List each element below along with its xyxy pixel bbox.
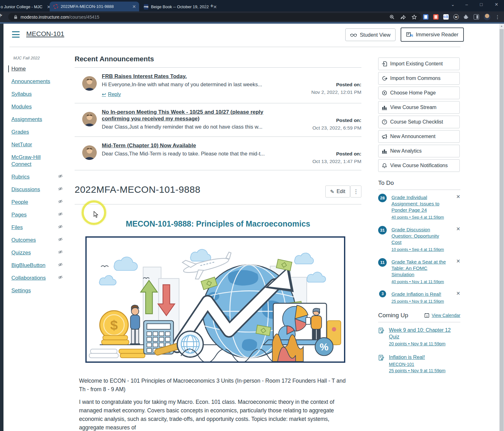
sidebar-item-announcements[interactable]: Announcements xyxy=(11,78,63,85)
new-analytics-button[interactable]: New Analytics xyxy=(378,145,460,157)
todo-count-badge: 28 xyxy=(378,194,387,202)
extension-red-book-icon[interactable] xyxy=(433,14,439,20)
todo-dismiss-icon[interactable]: ✕ xyxy=(456,291,460,304)
todo-link[interactable]: Grade Take a Seat at the Table: An FOMC … xyxy=(391,259,446,277)
immersive-reader-button[interactable]: Immersive Reader xyxy=(401,27,464,42)
zoom-icon[interactable] xyxy=(390,15,395,20)
breadcrumb-course-link[interactable]: MECON-101 xyxy=(26,30,64,38)
scrollbar-up-arrow[interactable]: ▲ xyxy=(499,25,504,27)
student-view-button[interactable]: Student View xyxy=(345,28,396,41)
profile-avatar[interactable] xyxy=(484,14,490,20)
scrollbar-thumb[interactable] xyxy=(500,29,504,431)
reply-link[interactable]: ↩Reply xyxy=(102,91,121,97)
economics-illustration: $ xyxy=(85,236,345,363)
todo-meta[interactable]: 40 points • Sep 4 at 11:59pm xyxy=(391,215,449,220)
assignment-icon xyxy=(378,327,384,334)
window-minimize-button[interactable]: – xyxy=(462,2,471,7)
sidebar-item-quizzes[interactable]: Quizzes xyxy=(11,249,63,256)
share-icon[interactable] xyxy=(400,15,406,20)
sidebar-item-modules[interactable]: Modules xyxy=(11,103,63,110)
todo-dismiss-icon[interactable]: ✕ xyxy=(456,194,460,220)
sidebar-item-settings[interactable]: Settings xyxy=(11,287,63,294)
browser-toolbar: ⟳ modesto.instructure.com/courses/45415 … xyxy=(0,11,504,22)
sidebar-item-collaborations[interactable]: Collaborations xyxy=(11,275,63,282)
frb-favicon-icon: FRB xyxy=(144,4,148,9)
sidebar-item-nettutor[interactable]: NetTutor xyxy=(11,141,63,148)
announcement-title-link[interactable]: FRB Raises Interest Rates Today. xyxy=(102,73,187,79)
sidebar-item-discussions[interactable]: Discussions xyxy=(11,186,63,193)
announcement-title-link[interactable]: Mid-Term (Chapter 10) Now Available xyxy=(102,143,196,149)
sidebar-item-pages[interactable]: Pages xyxy=(11,211,63,218)
sidebar-item-rubrics[interactable]: Rubrics xyxy=(11,173,63,180)
todo-item: 31 Grade Discussion Question: Opportunit… xyxy=(378,227,460,252)
recent-announcements-section: Recent Announcements FRB Raises Interest… xyxy=(75,55,361,170)
sidebar-item-bigbluebutton[interactable]: BigBlueButton xyxy=(11,262,63,269)
new-announcement-button[interactable]: New Announcement xyxy=(378,130,460,143)
extension-blue-book-icon[interactable] xyxy=(423,14,428,20)
welcome-paragraph-1: Welcome to ECON - 101 Principles of Macr… xyxy=(79,377,352,394)
view-calendar-link[interactable]: View Calendar xyxy=(432,313,460,318)
course-setup-checklist-button[interactable]: ? Course Setup Checklist xyxy=(378,116,460,128)
pencil-icon: ✎ xyxy=(330,189,334,195)
browser-menu-kebab-icon[interactable]: ⋮ xyxy=(495,14,500,20)
browser-tab-beige-book[interactable]: FRB Beige Book -- October 19, 2022 ✕ xyxy=(144,2,204,11)
sidebar-item-home[interactable]: Home xyxy=(8,65,63,72)
eye-slash-icon xyxy=(58,249,63,254)
tab-close-icon[interactable]: ✕ xyxy=(132,4,136,9)
sidebar-item-files[interactable]: Files xyxy=(11,224,63,231)
chrome-bottom-strip xyxy=(0,22,504,24)
todo-meta[interactable]: 10 points • Sep 4 at 11:59pm xyxy=(391,247,449,252)
todo-dismiss-icon[interactable]: ✕ xyxy=(456,259,460,284)
import-existing-content-button[interactable]: Import Existing Content xyxy=(378,58,460,70)
sidebar-item-assignments[interactable]: Assignments xyxy=(11,116,63,123)
hamburger-menu-icon[interactable] xyxy=(12,31,20,38)
todo-dismiss-icon[interactable]: ✕ xyxy=(456,227,460,252)
coming-up-meta[interactable]: 20 points • Nov 9 at 11:59pm xyxy=(389,341,460,346)
new-tab-button[interactable]: + xyxy=(208,2,216,10)
coming-up-link[interactable]: Week 9 and 10: Chapter 12 Quiz xyxy=(389,327,451,339)
sidebar-item-syllabus[interactable]: Syllabus xyxy=(11,91,63,98)
todo-count-badge: 31 xyxy=(378,226,387,234)
translate-extension-icon[interactable]: G文 xyxy=(443,14,449,20)
window-close-button[interactable]: ✕ xyxy=(492,2,501,7)
tab-search-icon[interactable]: ⌄ xyxy=(448,2,457,7)
choose-home-page-button[interactable]: Choose Home Page xyxy=(378,87,460,99)
coming-up-course[interactable]: MECON-101 xyxy=(389,362,446,367)
reload-icon[interactable]: ⟳ xyxy=(0,12,2,19)
todo-link[interactable]: Grade Inflation is Real! xyxy=(391,291,441,297)
window-maximize-button[interactable]: □ xyxy=(477,2,486,7)
sidebar-item-people[interactable]: People xyxy=(11,199,63,206)
eye-slash-icon xyxy=(58,199,63,203)
bookmark-star-icon[interactable] xyxy=(412,15,417,20)
browser-tab-course[interactable]: 2022MFA-MECON-101-9888 ✕ xyxy=(50,2,139,11)
todo-meta[interactable]: 25 points • Nov 9 at 11:59pm xyxy=(391,299,449,304)
extensions-puzzle-icon[interactable] xyxy=(464,14,469,20)
sidebar-item-mcgraw-hill-connect[interactable]: McGraw-Hill Connect xyxy=(11,154,63,168)
browser-tab-strip: o Junior College - MJC ✕ 2022MFA-MECON-1… xyxy=(0,0,504,11)
sidebar-item-outcomes[interactable]: Outcomes xyxy=(11,237,63,244)
coming-up-link[interactable]: Inflation is Real! xyxy=(389,355,425,360)
todo-link[interactable]: Grade Discussion Question: Opportunity C… xyxy=(391,227,439,245)
announcement-title-link[interactable]: No In-person Meeting This Week - 10/25 a… xyxy=(102,109,263,122)
tab-divider xyxy=(206,3,206,9)
page-scrollbar[interactable]: ▲ xyxy=(499,24,504,431)
todo-divider xyxy=(378,190,460,190)
svg-text:?: ? xyxy=(384,120,385,124)
extension-w-icon[interactable]: W xyxy=(453,14,459,20)
edit-button[interactable]: ✎Edit xyxy=(325,185,350,197)
sidebar-item-grades[interactable]: Grades xyxy=(11,129,63,136)
course-navigation: MJC Fall 2022 Home Announcements Syllabu… xyxy=(11,56,63,300)
todo-meta[interactable]: 40 points • Nov 1 at 11:59pm xyxy=(391,279,449,284)
coming-up-meta[interactable]: 25 points • Nov 9 at 11:59pm xyxy=(389,368,446,373)
todo-link[interactable]: Grade Individual Assignment: Issues to P… xyxy=(391,195,439,213)
welcome-text: Welcome to ECON - 101 Principles of Macr… xyxy=(79,377,352,431)
todo-heading: To Do xyxy=(378,179,460,186)
import-from-commons-button[interactable]: Import from Commons xyxy=(378,72,460,85)
header-divider xyxy=(9,47,460,47)
view-course-notifications-button[interactable]: View Course Notifications xyxy=(378,159,460,172)
view-course-stream-button[interactable]: View Course Stream xyxy=(378,101,460,114)
address-bar[interactable]: modesto.instructure.com/courses/45415 xyxy=(8,13,421,21)
browser-tab-mjc[interactable]: o Junior College - MJC ✕ xyxy=(0,2,48,11)
side-panel-icon[interactable] xyxy=(474,14,479,20)
page-options-kebab-button[interactable]: ⋮ xyxy=(350,185,361,197)
